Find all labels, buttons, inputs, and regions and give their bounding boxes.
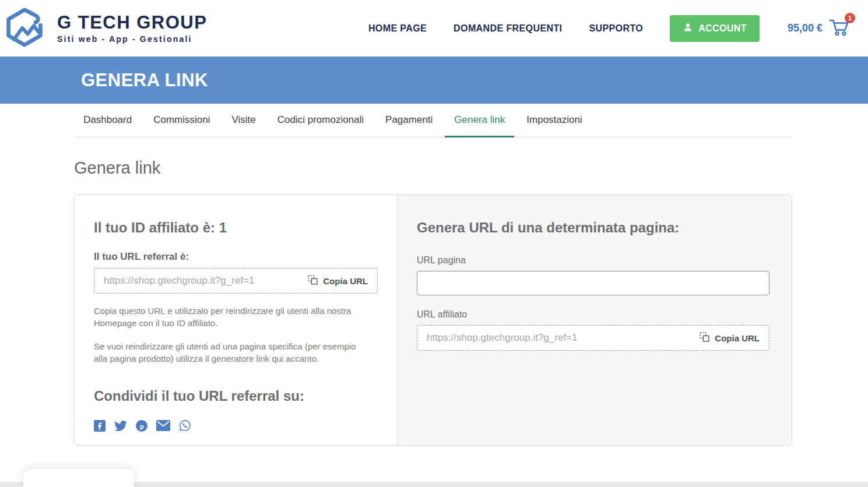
nav-item-domande-frequenti[interactable]: DOMANDE FREQUENTI: [454, 23, 562, 34]
copy-icon: [308, 275, 318, 287]
user-icon: [683, 22, 693, 35]
affiliate-url-value: https://shop.gtechgroup.it?g_ref=1: [427, 332, 578, 344]
generator-heading: Genera URL di una determinata pagina:: [417, 220, 769, 236]
genera-link-card: Il tuo ID affiliato è: 1 Il tuo URL refe…: [74, 195, 792, 446]
share-heading: Condividi il tuo URL referral su:: [94, 388, 378, 404]
referral-panel: Il tuo ID affiliato è: 1 Il tuo URL refe…: [75, 195, 398, 445]
account-button[interactable]: ACCOUNT: [670, 15, 760, 42]
brand-logo[interactable]: G TECH GROUP Siti web - App - Gestionali: [5, 8, 207, 50]
pinterest-icon[interactable]: p: [136, 420, 147, 432]
brand-name: G TECH GROUP: [57, 13, 207, 33]
generator-info-paragraph: Se vuoi reindirizzare gli utenti ad una …: [94, 340, 368, 365]
social-share-row: p: [94, 419, 378, 432]
banner-title: GENERA LINK: [81, 70, 208, 91]
url-affiliato-label: URL affiliato: [417, 309, 769, 320]
tabs-bar: Dashboard Commissioni Visite Codici prom…: [0, 104, 868, 137]
copy-referral-url-button[interactable]: Copia URL: [308, 275, 368, 287]
twitter-icon[interactable]: [114, 420, 127, 432]
copy-icon: [700, 332, 709, 344]
tab-dashboard[interactable]: Dashboard: [74, 104, 141, 137]
facebook-icon[interactable]: [94, 420, 106, 432]
tab-genera-link[interactable]: Genera link: [445, 104, 514, 137]
tab-impostazioni[interactable]: Impostazioni: [517, 104, 591, 137]
cart-total: 95,00 €: [788, 22, 823, 34]
email-icon[interactable]: [156, 420, 170, 431]
tab-commissioni[interactable]: Commissioni: [144, 104, 219, 137]
url-generator-panel: Genera URL di una determinata pagina: UR…: [398, 195, 792, 445]
hexagon-mountain-logo-icon: [5, 8, 44, 50]
affiliate-url-box: https://shop.gtechgroup.it?g_ref=1 Copia…: [417, 325, 769, 351]
main-nav: HOME PAGE DOMANDE FREQUENTI SUPPORTO: [368, 23, 643, 34]
brand-tagline: Siti web - App - Gestionali: [57, 34, 207, 44]
page-title: Genera link: [74, 158, 868, 178]
svg-text:p: p: [140, 422, 144, 429]
nav-item-supporto[interactable]: SUPPORTO: [589, 23, 643, 34]
account-button-label: ACCOUNT: [698, 23, 747, 34]
url-page-label: URL pagina: [417, 255, 769, 266]
url-page-input[interactable]: [417, 271, 769, 295]
affiliate-id-heading: Il tuo ID affiliato è: 1: [94, 220, 378, 236]
tab-visite[interactable]: Visite: [222, 104, 265, 137]
copy-button-label: Copia URL: [323, 276, 368, 286]
cart-count-badge: 1: [845, 13, 855, 23]
site-header: G TECH GROUP Siti web - App - Gestionali…: [0, 0, 868, 57]
referral-url-box: https://shop.gtechgroup.it?g_ref=1 Copia…: [94, 268, 378, 294]
referral-info-paragraph: Copia questo URL e utilizzalo per reindi…: [94, 305, 368, 329]
tab-codici-promozionali[interactable]: Codici promozionali: [268, 104, 373, 137]
copy-affiliate-url-button[interactable]: Copia URL: [700, 332, 760, 344]
tab-pagamenti[interactable]: Pagamenti: [376, 104, 442, 137]
copy-button-label: Copia URL: [715, 333, 760, 343]
referral-url-label: Il tuo URL referral è:: [94, 251, 378, 263]
cart-area: 95,00 € 1: [788, 17, 851, 39]
page-banner: GENERA LINK: [0, 57, 868, 104]
whatsapp-icon[interactable]: [179, 419, 191, 432]
bottom-peek-widget[interactable]: [23, 469, 134, 487]
cart-icon[interactable]: 1: [828, 17, 851, 39]
page: G TECH GROUP Siti web - App - Gestionali…: [0, 0, 868, 487]
nav-item-home-page[interactable]: HOME PAGE: [368, 23, 427, 34]
referral-url-value: https://shop.gtechgroup.it?g_ref=1: [104, 275, 255, 287]
